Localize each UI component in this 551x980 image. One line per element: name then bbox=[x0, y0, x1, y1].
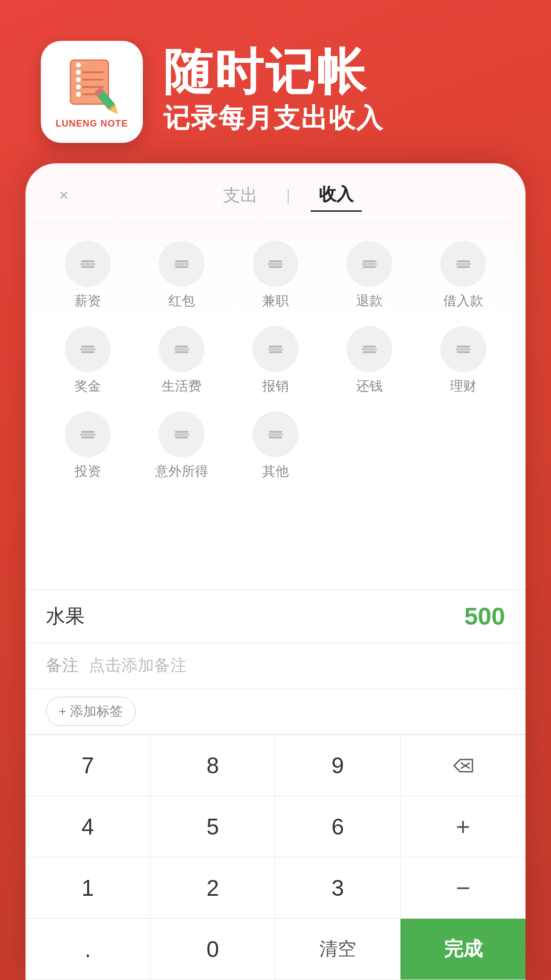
svg-rect-61 bbox=[175, 436, 188, 438]
key-2[interactable]: 2 bbox=[151, 857, 276, 919]
category-icon-refund bbox=[346, 241, 392, 287]
svg-rect-57 bbox=[81, 436, 94, 438]
key-plus[interactable]: + bbox=[400, 796, 525, 857]
category-icon-investment2 bbox=[440, 326, 486, 372]
category-label-redpacket: 红包 bbox=[168, 292, 195, 310]
category-label-borrow: 借入款 bbox=[443, 292, 483, 310]
key-9[interactable]: 9 bbox=[276, 735, 400, 796]
category-borrow[interactable]: 借入款 bbox=[416, 233, 510, 318]
category-label-parttime: 兼职 bbox=[262, 292, 289, 310]
app-icon: LUNENG NOTE bbox=[41, 41, 143, 143]
svg-rect-65 bbox=[269, 436, 282, 438]
category-icon-parttime bbox=[253, 241, 298, 287]
category-salary[interactable]: 薪资 bbox=[41, 233, 135, 318]
svg-point-5 bbox=[76, 92, 81, 97]
svg-rect-25 bbox=[269, 266, 282, 268]
category-reimbursement[interactable]: 报销 bbox=[229, 318, 322, 403]
svg-rect-39 bbox=[175, 346, 188, 348]
amount-value: 500 bbox=[85, 602, 505, 630]
category-icon-windfall bbox=[159, 411, 205, 457]
svg-point-4 bbox=[76, 84, 81, 89]
svg-rect-21 bbox=[175, 266, 188, 268]
svg-rect-33 bbox=[457, 266, 470, 268]
category-label-windfall: 意外所得 bbox=[155, 462, 208, 480]
key-done[interactable]: 完成 bbox=[400, 919, 525, 980]
key-7[interactable]: 7 bbox=[26, 735, 151, 796]
svg-rect-29 bbox=[363, 266, 376, 268]
svg-rect-32 bbox=[456, 263, 471, 265]
svg-rect-31 bbox=[457, 260, 470, 262]
tabs-row: × 支出 | 收入 bbox=[26, 163, 525, 223]
svg-rect-55 bbox=[81, 431, 94, 433]
svg-rect-60 bbox=[174, 433, 189, 436]
svg-rect-44 bbox=[268, 348, 283, 351]
category-label-salary: 薪资 bbox=[74, 292, 101, 310]
svg-rect-41 bbox=[175, 351, 188, 353]
svg-rect-15 bbox=[81, 260, 94, 262]
note-placeholder[interactable]: 点击添加备注 bbox=[89, 654, 187, 677]
svg-rect-35 bbox=[81, 346, 94, 348]
category-icon-repay bbox=[346, 326, 392, 372]
category-investment2[interactable]: 理财 bbox=[416, 318, 510, 403]
svg-rect-27 bbox=[363, 260, 376, 262]
svg-rect-52 bbox=[456, 348, 471, 351]
empty-area bbox=[26, 499, 525, 590]
category-label-reimbursement: 报销 bbox=[262, 377, 289, 395]
svg-rect-43 bbox=[269, 346, 282, 348]
key-8[interactable]: 8 bbox=[151, 735, 276, 796]
header-text: 随时记帐 记录每月支出收入 bbox=[163, 47, 384, 136]
category-label-invest: 投资 bbox=[74, 462, 101, 480]
category-label-bonus: 奖金 bbox=[74, 377, 101, 395]
svg-rect-63 bbox=[269, 431, 282, 433]
category-redpacket[interactable]: 红包 bbox=[135, 233, 229, 318]
category-parttime[interactable]: 兼职 bbox=[229, 233, 322, 318]
svg-rect-37 bbox=[81, 351, 94, 353]
key-6[interactable]: 6 bbox=[276, 796, 400, 857]
svg-rect-20 bbox=[174, 263, 189, 265]
tabs-center: 支出 | 收入 bbox=[77, 179, 500, 212]
category-icon-living bbox=[159, 326, 205, 372]
svg-rect-23 bbox=[269, 260, 282, 262]
note-label: 备注 bbox=[46, 654, 79, 677]
amount-row: 水果 500 bbox=[26, 590, 525, 643]
svg-rect-53 bbox=[457, 351, 470, 353]
key-0[interactable]: 0 bbox=[151, 919, 276, 980]
phone-mockup: × 支出 | 收入 薪资 红包 兼职 bbox=[26, 163, 525, 980]
svg-rect-64 bbox=[268, 433, 283, 436]
category-icon-salary bbox=[65, 241, 111, 287]
add-tag-button[interactable]: + 添加标签 bbox=[46, 697, 136, 726]
category-other[interactable]: 其他 bbox=[229, 403, 322, 488]
key-5[interactable]: 5 bbox=[151, 796, 276, 857]
category-icon-redpacket bbox=[159, 241, 205, 287]
numpad: 7 8 9 4 5 6 + 1 2 3 − . 0 清空 完成 bbox=[26, 734, 525, 980]
key-1[interactable]: 1 bbox=[26, 857, 151, 919]
category-windfall[interactable]: 意外所得 bbox=[135, 403, 229, 488]
header: LUNENG NOTE 随时记帐 记录每月支出收入 bbox=[0, 0, 551, 174]
category-label-repay: 还钱 bbox=[356, 377, 383, 395]
category-refund[interactable]: 退款 bbox=[322, 233, 416, 318]
key-clear[interactable]: 清空 bbox=[276, 919, 400, 980]
key-backspace[interactable] bbox=[400, 735, 525, 796]
tab-expense[interactable]: 支出 bbox=[215, 180, 266, 211]
svg-rect-19 bbox=[175, 260, 188, 262]
tab-income[interactable]: 收入 bbox=[311, 179, 362, 212]
key-4[interactable]: 4 bbox=[26, 796, 151, 857]
key-3[interactable]: 3 bbox=[276, 857, 400, 919]
key-dot[interactable]: . bbox=[26, 919, 151, 980]
close-button[interactable]: × bbox=[51, 183, 77, 208]
category-icon-bonus bbox=[65, 326, 111, 372]
header-title: 随时记帐 bbox=[163, 47, 384, 96]
category-label-other: 其他 bbox=[262, 462, 289, 480]
svg-rect-24 bbox=[268, 263, 283, 265]
svg-rect-47 bbox=[363, 346, 376, 348]
key-minus[interactable]: − bbox=[400, 857, 525, 919]
category-invest[interactable]: 投资 bbox=[41, 403, 135, 488]
category-repay[interactable]: 还钱 bbox=[322, 318, 416, 403]
header-subtitle: 记录每月支出收入 bbox=[163, 101, 384, 136]
category-bonus[interactable]: 奖金 bbox=[41, 318, 135, 403]
svg-point-3 bbox=[76, 77, 81, 82]
svg-rect-56 bbox=[80, 433, 95, 436]
category-icon-borrow bbox=[440, 241, 486, 287]
category-label-investment2: 理财 bbox=[450, 377, 477, 395]
category-living[interactable]: 生活费 bbox=[135, 318, 229, 403]
